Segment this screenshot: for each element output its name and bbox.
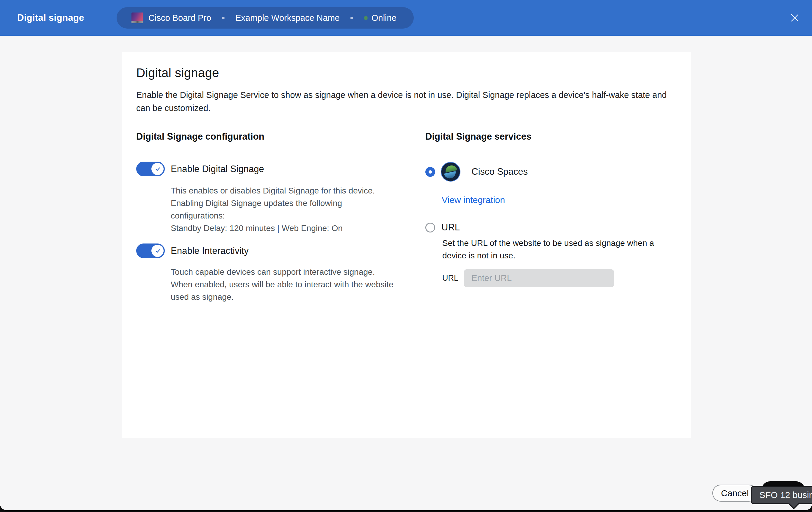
board-stand-graphic xyxy=(132,21,143,23)
url-option-description: Set the URL of the website to be used as… xyxy=(442,237,680,262)
enable-interactivity-description: Touch capable devices can support intera… xyxy=(171,266,395,303)
settings-columns: Digital Signage configuration Enable Dig… xyxy=(136,131,676,303)
configuration-section: Digital Signage configuration Enable Dig… xyxy=(136,131,392,303)
cisco-spaces-radio[interactable] xyxy=(425,167,435,177)
device-name: Cisco Board Pro xyxy=(148,13,211,23)
enable-digital-signage-toggle[interactable] xyxy=(136,162,165,176)
enable-digital-signage-row: Enable Digital Signage xyxy=(136,162,392,176)
enable-interactivity-toggle[interactable] xyxy=(136,243,165,258)
page-title: Digital signage xyxy=(17,0,84,36)
config-summary-text: Standby Delay: 120 minutes | Web Engine:… xyxy=(171,222,395,235)
online-status-dot-icon xyxy=(364,16,368,20)
enable-interactivity-row: Enable Interactivity xyxy=(136,243,392,258)
separator-dot-icon xyxy=(222,17,225,19)
enable-digital-signage-label: Enable Digital Signage xyxy=(171,164,264,174)
view-integration-link[interactable]: View integration xyxy=(442,195,505,205)
cisco-spaces-logo-icon xyxy=(441,162,460,182)
toggle-thumb xyxy=(151,245,164,257)
url-option-row: URL xyxy=(425,222,693,233)
enable-interactivity-label: Enable Interactivity xyxy=(171,246,249,256)
url-option-block: URL Set the URL of the website to be use… xyxy=(425,222,693,287)
cisco-spaces-option-row: Cisco Spaces xyxy=(425,162,693,182)
settings-card: Digital signage Enable the Digital Signa… xyxy=(122,52,691,438)
workspace-name: Example Workspace Name xyxy=(235,13,340,23)
services-heading: Digital Signage services xyxy=(425,131,693,142)
url-input[interactable] xyxy=(464,269,614,287)
check-icon xyxy=(154,248,161,254)
services-section: Digital Signage services Cisco Spaces Vi… xyxy=(425,131,693,303)
cisco-spaces-label: Cisco Spaces xyxy=(471,166,528,177)
configuration-heading: Digital Signage configuration xyxy=(136,131,392,142)
device-context-pill: Cisco Board Pro Example Workspace Name O… xyxy=(117,7,414,29)
card-description: Enable the Digital Signage Service to sh… xyxy=(136,88,672,115)
check-icon xyxy=(154,166,161,172)
enable-digital-signage-description: This enables or disables Digital Signage… xyxy=(171,185,395,235)
url-radio[interactable] xyxy=(425,223,435,233)
url-field-label: URL xyxy=(442,274,458,283)
workspace-tooltip: SFO 12 busines xyxy=(751,486,812,504)
board-device-icon xyxy=(132,12,143,23)
board-screen-graphic xyxy=(132,12,143,21)
url-field-row: URL xyxy=(442,269,693,287)
toggle-thumb xyxy=(151,163,164,175)
close-button[interactable] xyxy=(790,13,800,23)
device-status: Online xyxy=(372,13,397,23)
close-icon xyxy=(790,14,799,22)
separator-dot-icon xyxy=(350,17,353,19)
toggle-description-text: This enables or disables Digital Signage… xyxy=(171,185,395,222)
digital-signage-modal: Digital signage Cisco Board Pro Example … xyxy=(0,0,812,510)
card-title: Digital signage xyxy=(136,66,676,80)
top-bar: Digital signage Cisco Board Pro Example … xyxy=(0,0,812,36)
url-option-label: URL xyxy=(441,222,460,233)
